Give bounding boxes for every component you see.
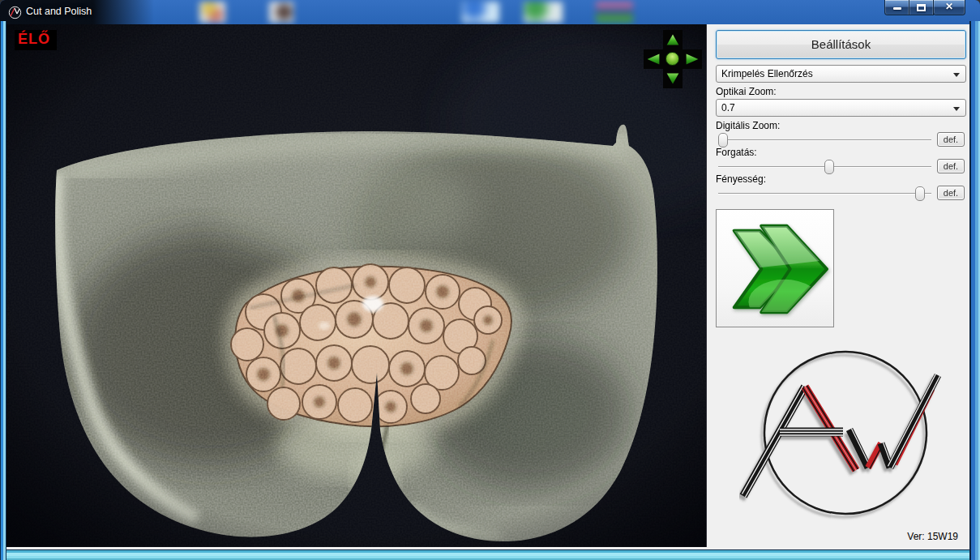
window-frame-right — [969, 21, 980, 560]
dpad-down-button[interactable] — [663, 69, 683, 88]
close-icon: ✕ — [934, 0, 965, 14]
digital-zoom-default-button[interactable]: def. — [937, 132, 965, 147]
desktop-icon-blur — [269, 2, 293, 23]
rotation-default-button[interactable]: def. — [937, 159, 965, 173]
application-window: Cut and Polish ✕ — [0, 0, 980, 560]
live-camera-view: ÉLŐ — [6, 24, 707, 547]
optical-zoom-label: Optikai Zoom: — [716, 86, 777, 97]
optical-zoom-value: 0.7 — [721, 102, 735, 113]
rotation-label: Forgatás: — [716, 147, 757, 158]
minimize-button[interactable] — [884, 0, 909, 15]
close-button[interactable]: ✕ — [933, 0, 965, 15]
digital-zoom-label: Digitális Zoom: — [716, 120, 780, 131]
dpad-up-icon — [666, 34, 679, 45]
window-frame-bottom — [0, 549, 980, 560]
dpad-up-button[interactable] — [663, 30, 683, 49]
dpad-left-icon — [647, 53, 660, 65]
optical-zoom-dropdown[interactable]: 0.7 — [716, 99, 966, 117]
version-label: Ver: 15W19 — [907, 531, 958, 542]
desktop-icon-blur — [462, 2, 499, 23]
maximize-icon — [917, 4, 926, 11]
chevron-down-icon — [953, 107, 960, 114]
dpad-left-button[interactable] — [644, 49, 663, 69]
desktop-icon-blur — [199, 2, 225, 23]
live-indicator-badge: ÉLŐ — [15, 30, 57, 50]
dpad-right-icon — [686, 53, 699, 65]
program-dropdown[interactable]: Krimpelés Ellenőrzés — [716, 65, 966, 83]
window-title: Cut and Polish — [26, 0, 92, 24]
window-controls: ✕ — [885, 0, 965, 16]
dpad-center-button[interactable] — [663, 49, 683, 69]
program-dropdown-value: Krimpelés Ellenőrzés — [721, 68, 813, 79]
desktop-icon-blur — [596, 2, 633, 23]
aw-logo-icon — [8, 6, 22, 19]
digital-zoom-slider[interactable] — [718, 132, 931, 148]
rotation-slider[interactable] — [718, 159, 931, 175]
brightness-slider[interactable] — [718, 186, 931, 202]
rotation-slider-thumb[interactable] — [824, 160, 834, 174]
window-frame-left — [0, 21, 6, 560]
fast-forward-icon — [717, 210, 833, 327]
dpad-down-icon — [666, 73, 679, 84]
brightness-label: Fényesség: — [716, 173, 766, 185]
desktop-icon-blur — [524, 2, 563, 23]
control-panel: Beállítások Krimpelés Ellenőrzés Optikai… — [707, 24, 969, 549]
client-area: ÉLŐ Beállítások Krimpelés Ellenőrzés Opt… — [6, 24, 969, 549]
dpad-right-button[interactable] — [683, 49, 702, 69]
dpad-center-icon — [665, 52, 679, 66]
maximize-button[interactable] — [909, 0, 934, 15]
brightness-default-button[interactable]: def. — [937, 186, 965, 200]
brightness-slider-thumb[interactable] — [915, 186, 925, 201]
run-button[interactable] — [716, 209, 834, 327]
camera-dpad — [644, 30, 703, 89]
chevron-down-icon — [953, 73, 960, 80]
digital-zoom-slider-thumb[interactable] — [718, 133, 728, 147]
minimize-icon — [893, 7, 901, 10]
aw-logo — [739, 340, 947, 525]
settings-button[interactable]: Beállítások — [716, 30, 966, 59]
title-bar[interactable]: Cut and Polish — [0, 0, 980, 24]
